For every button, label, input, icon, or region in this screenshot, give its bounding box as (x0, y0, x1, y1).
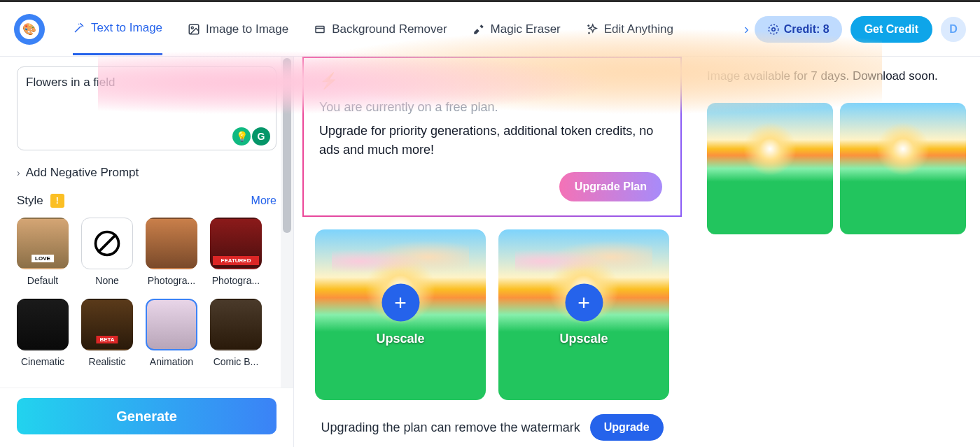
upscale-label: Upscale (376, 332, 424, 346)
generate-button[interactable]: Generate (17, 398, 276, 434)
generated-images: + Upscale + Upscale (298, 229, 686, 400)
style-label: Photogra... (212, 275, 260, 286)
warning-icon: ! (50, 194, 64, 208)
style-grid: Default None Photogra... Photogra... Cin… (17, 218, 276, 367)
style-none[interactable]: None (81, 218, 133, 286)
style-heading: Style ! (17, 194, 64, 208)
style-default[interactable]: Default (17, 218, 69, 286)
upgrade-button[interactable]: Upgrade (590, 414, 664, 441)
upscale-button[interactable]: + Upscale (559, 284, 608, 346)
more-styles-link[interactable]: More (251, 194, 276, 207)
add-negative-prompt[interactable]: › Add Negative Prompt (17, 166, 276, 180)
style-label: Realistic (89, 356, 126, 367)
style-photography-2[interactable]: Photogra... (210, 218, 262, 286)
upscale-button[interactable]: + Upscale (376, 284, 424, 346)
style-label: None (95, 275, 118, 286)
plus-icon: + (382, 284, 419, 322)
plus-icon: + (565, 284, 603, 322)
style-label: Comic B... (214, 356, 259, 367)
style-label: Photogra... (148, 275, 196, 286)
generated-image-2[interactable]: + Upscale (498, 229, 669, 400)
svg-line-6 (98, 234, 116, 253)
style-cinematic[interactable]: Cinematic (17, 299, 69, 367)
style-comic-book[interactable]: Comic B... (210, 299, 262, 367)
style-label: Cinematic (21, 356, 64, 367)
style-label: Animation (150, 356, 193, 367)
history-panel: Image available for 7 days. Download soo… (700, 57, 980, 447)
style-photography-1[interactable]: Photogra... (146, 218, 197, 286)
upscale-label: Upscale (559, 332, 608, 346)
history-thumbnail-2[interactable] (840, 103, 966, 234)
wand-icon (73, 22, 85, 34)
watermark-notice: Upgrading the plan can remove the waterm… (321, 420, 580, 435)
style-animation[interactable]: Animation (146, 299, 197, 367)
user-avatar[interactable]: D (941, 17, 966, 42)
chevron-right-icon: › (17, 167, 20, 178)
style-realistic[interactable]: Realistic (81, 299, 133, 367)
style-label: Default (27, 275, 58, 286)
app-logo[interactable]: 🎨 (14, 14, 45, 45)
upgrade-plan-button[interactable]: Upgrade Plan (559, 172, 662, 201)
negative-prompt-label: Add Negative Prompt (26, 166, 139, 180)
generated-image-1[interactable]: + Upscale (315, 229, 486, 400)
